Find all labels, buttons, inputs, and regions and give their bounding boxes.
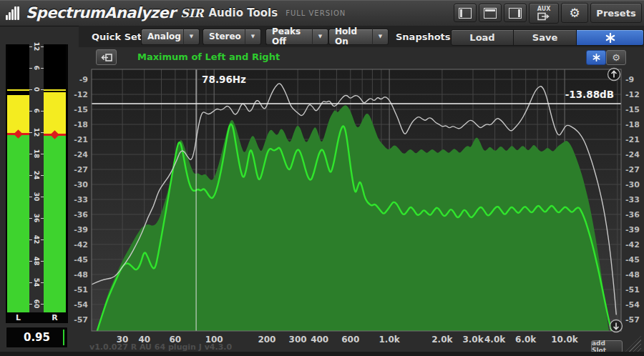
- analyzer-mode-value[interactable]: Analog: [141, 29, 183, 45]
- window-controls: AUX ⚙ Presets: [454, 0, 642, 26]
- chevron-down-icon: ▼: [190, 34, 193, 39]
- svg-text:-54: -54: [74, 300, 88, 310]
- svg-text:-48: -48: [74, 270, 88, 280]
- meter-scale-label: 12: [32, 39, 41, 54]
- right-green-segment: [44, 136, 66, 312]
- analyzer-mode-arrow-button[interactable]: ▼: [183, 29, 200, 45]
- meter-bar-right: [44, 44, 66, 312]
- aux-routing-button[interactable]: AUX: [529, 3, 559, 24]
- meter-right-label: R: [44, 313, 66, 322]
- bar-chart-logo-icon: [6, 6, 19, 20]
- meter-left-label: L: [7, 313, 29, 322]
- snapshot-save-button[interactable]: Save: [513, 29, 577, 46]
- meter-value: 0.95: [6, 327, 67, 347]
- meter-value-box[interactable]: 0.95: [6, 327, 68, 348]
- layout-right-button[interactable]: [504, 4, 527, 22]
- svg-text:-13.88dB: -13.88dB: [565, 89, 614, 100]
- layout-right-icon: [509, 8, 522, 19]
- svg-text:-45: -45: [625, 255, 640, 264]
- svg-text:-36: -36: [625, 210, 640, 219]
- meter-scale: 12606121824303642485460: [29, 44, 44, 312]
- svg-text:10.0k: 10.0k: [551, 335, 579, 345]
- snowflake-asterisk-icon: [592, 54, 600, 61]
- svg-text:3.0k: 3.0k: [462, 335, 484, 345]
- meter-scale-label: 36: [32, 211, 41, 225]
- export-arrow-icon: [537, 12, 550, 21]
- peaks-arrow-button[interactable]: ▼: [312, 29, 328, 45]
- gear-icon: ⚙: [569, 6, 580, 20]
- spectrum-analyzer-window: SpectrumAnalyzer SIR Audio Tools FULL VE…: [0, 0, 644, 356]
- spectrum-plot[interactable]: 78.96Hz-13.88dB-9-9-12-12-15-15-18-18-21…: [72, 47, 644, 356]
- edition-badge: FULL VERSION: [286, 9, 346, 17]
- peaks-value[interactable]: Peaks Off: [265, 29, 312, 45]
- svg-text:-18: -18: [74, 120, 88, 129]
- layout-left-button[interactable]: [454, 4, 477, 22]
- svg-text:-57: -57: [74, 315, 88, 325]
- freeze-display-button[interactable]: [586, 50, 606, 65]
- hold-arrow-button[interactable]: ▼: [372, 29, 389, 45]
- svg-text:-9: -9: [79, 75, 88, 84]
- svg-text:-9: -9: [625, 75, 634, 84]
- brand-audio-tools: Audio Tools: [209, 6, 278, 19]
- gear-icon: ⚙: [612, 52, 620, 63]
- brand-sir: SIR: [180, 6, 203, 20]
- svg-text:-57: -57: [625, 315, 640, 325]
- svg-text:-39: -39: [74, 225, 88, 234]
- chevron-down-icon: ▼: [251, 34, 255, 39]
- settings-button[interactable]: ⚙: [561, 3, 588, 23]
- meter-scale-label: 12: [32, 125, 41, 139]
- svg-text:-21: -21: [74, 135, 88, 144]
- brand-row: SpectrumAnalyzer SIR Audio Tools FULL VE…: [6, 0, 346, 26]
- svg-text:-30: -30: [74, 180, 88, 189]
- meter-scale-label: 0: [32, 82, 41, 97]
- svg-text:400: 400: [311, 335, 328, 345]
- svg-text:1.0k: 1.0k: [379, 335, 401, 345]
- snowflake-asterisk-icon: [605, 33, 615, 43]
- right-zero-tick: [44, 89, 66, 91]
- display-settings-button[interactable]: ⚙: [606, 50, 626, 65]
- layout-top-button[interactable]: [479, 4, 502, 22]
- svg-text:-24: -24: [74, 150, 88, 159]
- peaks-dropdown: Peaks Off ▼: [265, 29, 328, 45]
- meter-scale-label: 42: [32, 232, 41, 247]
- svg-text:-51: -51: [74, 285, 88, 295]
- svg-text:200: 200: [258, 335, 275, 345]
- dock-panel-button[interactable]: [96, 49, 117, 65]
- spectrum-mode-title: Maximum of Left and Right: [137, 51, 280, 62]
- channel-mode-arrow-button[interactable]: ▼: [245, 29, 261, 45]
- channel-mode-value[interactable]: Stereo: [203, 29, 245, 45]
- titlebar: SpectrumAnalyzer SIR Audio Tools FULL VE…: [0, 0, 644, 26]
- meter-scale-label: 30: [32, 189, 41, 204]
- range-shift-up-button[interactable]: [608, 69, 620, 81]
- svg-text:-42: -42: [625, 240, 640, 249]
- hold-value[interactable]: Hold On: [328, 29, 372, 45]
- meter-value-indicator: [63, 330, 64, 345]
- svg-text:-27: -27: [625, 165, 640, 174]
- meter-scale-label: 6: [32, 61, 41, 75]
- svg-text:-39: -39: [625, 225, 640, 234]
- svg-text:-24: -24: [625, 150, 640, 159]
- left-zero-tick: [7, 89, 29, 91]
- chevron-down-icon: ▼: [318, 34, 322, 39]
- analyzer-mode-dropdown: Analog ▼: [141, 29, 200, 45]
- snapshots-label: Snapshots: [396, 31, 451, 42]
- svg-text:-12: -12: [625, 90, 640, 99]
- svg-text:-33: -33: [625, 195, 640, 204]
- svg-text:2.0k: 2.0k: [431, 335, 453, 345]
- svg-text:-36: -36: [74, 210, 88, 219]
- range-shift-down-button[interactable]: [610, 320, 623, 332]
- arrow-into-box-icon: [101, 54, 112, 61]
- left-green-segment: [7, 135, 29, 312]
- svg-text:-27: -27: [74, 165, 88, 174]
- left-yellow-segment: [7, 95, 29, 134]
- svg-text:-42: -42: [74, 240, 88, 249]
- presets-button[interactable]: Presets: [590, 3, 642, 23]
- layout-left-icon: [459, 8, 472, 19]
- svg-text:-48: -48: [625, 270, 640, 280]
- svg-text:-45: -45: [74, 255, 88, 264]
- meter-scale-label: 18: [32, 147, 41, 161]
- snapshot-load-button[interactable]: Load: [451, 29, 514, 46]
- meter-scale-label: 48: [32, 254, 41, 268]
- snapshot-freeze-button[interactable]: [576, 29, 644, 46]
- version-text: v1.0.027 R AU 64 plugin J v4.3.0: [89, 342, 232, 352]
